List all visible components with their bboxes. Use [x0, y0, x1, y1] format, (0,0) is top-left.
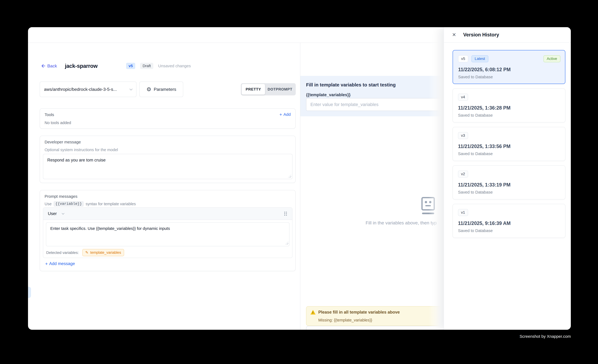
detected-variables-row: Detected variables: ✎ template_variables — [46, 249, 124, 256]
parameters-label: Parameters — [154, 87, 176, 92]
version-number-badge: v2 — [458, 171, 468, 178]
add-message-label: Add message — [49, 261, 75, 266]
chevron-down-icon — [130, 87, 133, 91]
warning-icon: ! — [310, 310, 316, 314]
empty-state-text: Fill in the variables above, then typ — [365, 220, 437, 225]
version-number-badge: v4 — [458, 94, 468, 100]
model-selector[interactable]: aws/anthropic/bedrock-claude-3-5-s... — [40, 82, 136, 97]
version-badge: v5 — [126, 63, 135, 69]
toggle-pretty[interactable]: PRETTY — [242, 84, 265, 95]
syntax-code-chip: {{variable}} — [54, 201, 84, 207]
gear-icon: ⚙ — [146, 87, 151, 92]
status-badges: v5 Draft Unsaved changes — [126, 63, 191, 69]
unsaved-changes-label: Unsaved changes — [158, 64, 191, 68]
version-history-title: Version History — [463, 32, 499, 38]
page-title: jack-sparrow — [65, 63, 98, 69]
template-variable-name: template_variables — [90, 250, 121, 255]
version-status: Saved to Database — [458, 75, 493, 79]
variable-name-label: {{template_variables}} — [306, 92, 350, 97]
back-button[interactable]: Back — [41, 64, 57, 68]
drag-handle-icon[interactable] — [283, 211, 288, 216]
user-message-input[interactable]: Enter task specifics. Use {{template_var… — [46, 222, 290, 246]
version-status: Saved to Database — [458, 228, 493, 233]
version-date: 11/21/2025, 1:33:56 PM — [458, 143, 510, 149]
tools-empty-text: No tools added — [45, 121, 71, 125]
message-header: User — [43, 208, 292, 220]
version-card-v3[interactable]: v3 11/21/2025, 1:33:56 PM Saved to Datab… — [453, 127, 565, 161]
format-toggle: PRETTY DOTPROMPT — [241, 83, 296, 95]
variables-panel: Fill in template variables to start test… — [300, 76, 444, 116]
watermark: Screenshot by Xnapper.com — [520, 334, 571, 339]
developer-message-hint: Optional system instructions for the mod… — [45, 148, 118, 152]
latest-badge: Latest — [472, 55, 488, 62]
detected-variables-label: Detected variables: — [46, 250, 79, 255]
plus-icon: + — [45, 261, 48, 266]
syntax-hint: Use {{variable}} syntax for template var… — [45, 201, 136, 207]
role-select-value: User — [48, 211, 57, 216]
version-history-header: ✕ Version History — [444, 27, 571, 42]
version-status: Saved to Database — [458, 151, 493, 156]
version-date: 11/21/2025, 1:33:19 PM — [458, 182, 510, 188]
pencil-icon: ✎ — [85, 251, 89, 255]
warning-title-row: ! Please fill in all template variables … — [310, 310, 400, 315]
version-number-badge: v5 — [458, 55, 468, 62]
version-card-v5[interactable]: v5 Latest Active 11/22/2025, 6:08:12 PM … — [453, 50, 565, 84]
syntax-prefix: Use — [45, 202, 52, 206]
variable-value-input[interactable] — [306, 98, 456, 111]
title-row: Back jack-sparrow — [41, 62, 98, 70]
version-number-badge: v1 — [458, 209, 468, 216]
back-arrow-icon — [41, 64, 45, 68]
developer-message-label: Developer message — [45, 140, 81, 144]
version-status: Saved to Database — [458, 190, 493, 195]
active-badge: Active — [543, 55, 560, 62]
warning-missing-text: Missing: {{template_variables}} — [318, 318, 372, 323]
bot-icon — [420, 197, 436, 216]
prompt-messages-card: Prompt messages Use {{variable}} syntax … — [40, 190, 296, 271]
version-date: 11/22/2025, 6:08:12 PM — [458, 67, 511, 73]
add-tool-button[interactable]: + Add — [279, 112, 291, 117]
add-message-button[interactable]: + Add message — [45, 261, 75, 266]
version-status: Saved to Database — [458, 113, 493, 118]
version-card-v2[interactable]: v2 11/21/2025, 1:33:19 PM Saved to Datab… — [453, 165, 565, 199]
warning-title: Please fill in all template variables ab… — [318, 310, 400, 315]
variables-panel-title: Fill in template variables to start test… — [306, 82, 396, 88]
model-selector-value: aws/anthropic/bedrock-claude-3-5-s... — [44, 87, 117, 92]
version-date: 11/21/2025, 1:36:28 PM — [458, 105, 510, 111]
syntax-suffix: syntax for template variables — [86, 202, 136, 206]
version-number-badge: v3 — [458, 132, 468, 139]
version-history-panel: ✕ Version History v5 Latest Active 11/22… — [444, 27, 571, 330]
version-card-v4[interactable]: v4 11/21/2025, 1:36:28 PM Saved to Datab… — [453, 89, 565, 123]
warning-banner: ! Please fill in all template variables … — [306, 306, 450, 326]
version-card-v1[interactable]: v1 11/21/2025, 9:16:39 AM Saved to Datab… — [453, 204, 565, 238]
chat-input-box[interactable] — [306, 326, 448, 330]
chevron-down-icon[interactable] — [62, 212, 65, 215]
message-block: User Enter task specifics. Use {{templat… — [43, 207, 292, 258]
developer-message-input[interactable]: Respond as you are tom cruise — [43, 154, 292, 179]
draft-badge: Draft — [140, 63, 153, 69]
toggle-dotprompt[interactable]: DOTPROMPT — [265, 84, 295, 95]
plus-icon: + — [279, 112, 282, 117]
app-window: Back jack-sparrow v5 Draft Unsaved chang… — [28, 27, 571, 330]
tools-label: Tools — [45, 112, 54, 117]
developer-message-card: Developer message Optional system instru… — [40, 136, 296, 183]
version-date: 11/21/2025, 9:16:39 AM — [458, 221, 511, 226]
parameters-button[interactable]: ⚙ Parameters — [140, 82, 183, 97]
template-variable-chip[interactable]: ✎ template_variables — [82, 249, 124, 256]
back-label: Back — [47, 64, 57, 68]
tools-card: Tools + Add No tools added — [40, 108, 296, 129]
scroll-peek-pill — [28, 287, 31, 298]
close-icon[interactable]: ✕ — [452, 32, 456, 37]
add-tool-label: Add — [283, 112, 291, 117]
prompt-messages-label: Prompt messages — [45, 194, 77, 199]
